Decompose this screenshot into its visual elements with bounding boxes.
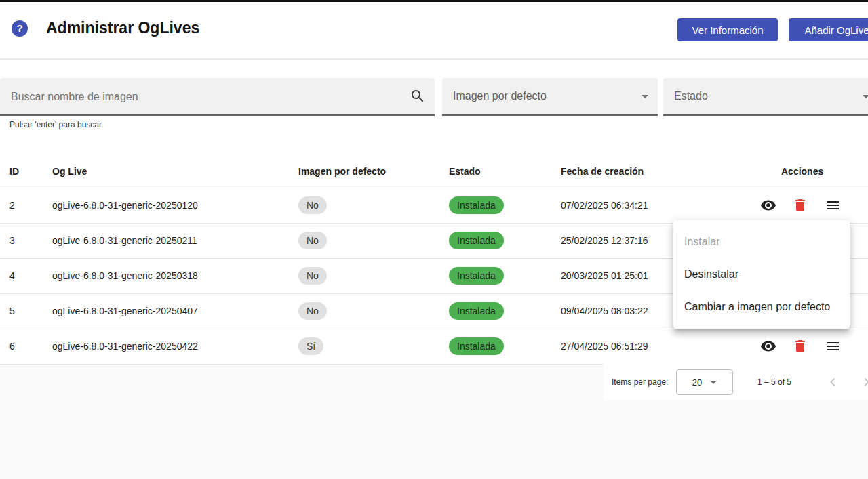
caret-down-icon — [863, 95, 868, 98]
row-name: ogLive-6.8.0-31-generic-20250211 — [52, 235, 197, 246]
row-actions-context-menu: Instalar Desinstalar Cambiar a imagen po… — [673, 220, 850, 329]
column-header-acciones: Acciones — [781, 166, 823, 177]
search-field[interactable] — [0, 78, 435, 116]
row-fecha: 20/03/2025 01:25:01 — [561, 270, 648, 281]
row-name: ogLive-6.8.0-31-generic-20250120 — [52, 200, 198, 211]
eye-icon[interactable] — [760, 338, 776, 354]
default-badge: No — [298, 232, 327, 249]
hamburger-menu-icon[interactable] — [825, 338, 841, 354]
hamburger-menu-icon[interactable] — [825, 197, 841, 213]
page-size-select[interactable]: 20 — [676, 369, 733, 395]
default-badge: No — [298, 196, 327, 214]
row-id: 6 — [9, 341, 15, 352]
menu-item-cambiar-imagen-defecto[interactable]: Cambiar a imagen por defecto — [673, 291, 850, 323]
ver-informacion-button[interactable]: Ver Información — [677, 18, 778, 41]
estado-select-label: Estado — [674, 90, 708, 102]
header-divider — [0, 58, 868, 60]
default-badge: Sí — [298, 337, 323, 355]
row-id: 3 — [9, 235, 15, 246]
imagen-por-defecto-select-label: Imagen por defecto — [453, 90, 547, 102]
search-icon[interactable] — [410, 88, 426, 104]
page-size-value: 20 — [692, 377, 702, 388]
row-id: 5 — [9, 306, 15, 316]
row-name: ogLive-6.8.0-31-generic-20250318 — [52, 270, 198, 281]
search-input[interactable] — [9, 78, 402, 116]
page-title: Administrar OgLives — [46, 19, 199, 37]
anadir-oglive-button[interactable]: Añadir OgLive — [789, 18, 868, 41]
table-header-row: ID Og Live Imagen por defecto Estado Fec… — [0, 154, 868, 188]
imagen-por-defecto-select[interactable]: Imagen por defecto — [442, 78, 658, 116]
row-name: ogLive-6.8.0-31-generic-20250422 — [52, 341, 198, 352]
caret-down-icon — [710, 381, 717, 384]
status-badge: Instalada — [449, 337, 504, 355]
trash-icon[interactable] — [792, 338, 808, 354]
estado-select[interactable]: Estado — [663, 78, 868, 116]
row-name: ogLive-6.8.0-31-generic-20250407 — [52, 306, 198, 316]
column-header-estado: Estado — [449, 166, 481, 177]
column-header-default: Imagen por defecto — [298, 166, 386, 177]
row-fecha: 07/02/2025 06:34:21 — [561, 200, 648, 211]
menu-item-desinstalar[interactable]: Desinstalar — [673, 258, 850, 291]
default-badge: No — [298, 267, 327, 285]
search-hint: Pulsar 'enter' para buscar — [9, 120, 102, 129]
menu-item-instalar[interactable]: Instalar — [673, 226, 850, 258]
chevron-right-icon[interactable] — [859, 374, 868, 390]
trash-icon[interactable] — [792, 197, 808, 213]
status-badge: Instalada — [449, 302, 504, 320]
status-badge: Instalada — [449, 232, 504, 249]
row-fecha: 25/02/2025 12:37:16 — [561, 235, 648, 246]
chevron-left-icon[interactable] — [825, 374, 841, 390]
page-range-label: 1 – 5 of 5 — [757, 377, 791, 387]
column-header-fecha: Fecha de creación — [561, 166, 644, 177]
table-row: 2 ogLive-6.8.0-31-generic-20250120 No In… — [0, 188, 868, 224]
items-per-page-label: Items per page: — [612, 377, 668, 387]
table-row: 6 ogLive-6.8.0-31-generic-20250422 Sí In… — [0, 329, 868, 365]
status-badge: Instalada — [449, 196, 504, 214]
column-header-oglive: Og Live — [52, 166, 87, 177]
row-fecha: 09/04/2025 08:03:22 — [561, 306, 648, 316]
eye-icon[interactable] — [760, 197, 776, 213]
row-id: 2 — [9, 200, 15, 211]
row-fecha: 27/04/2025 06:51:29 — [561, 341, 648, 352]
row-id: 4 — [9, 270, 15, 281]
paginator: Items per page: 20 1 – 5 of 5 — [604, 364, 868, 400]
column-header-id: ID — [9, 166, 19, 177]
default-badge: No — [298, 302, 327, 320]
caret-down-icon — [642, 95, 648, 98]
status-badge: Instalada — [449, 267, 504, 285]
help-icon[interactable]: ? — [12, 20, 28, 37]
